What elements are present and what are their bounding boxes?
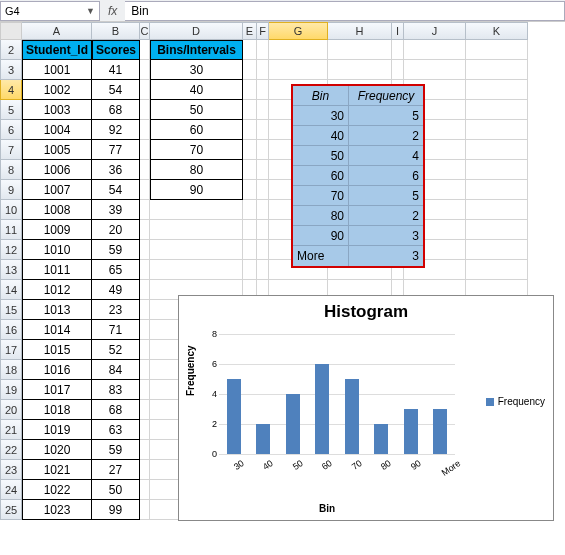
row-header[interactable]: 24: [0, 480, 22, 500]
cell-C13[interactable]: [140, 260, 150, 280]
histogram-chart[interactable]: Histogram Frequency Bin 02468 3040506070…: [178, 295, 554, 521]
cell-F3[interactable]: [257, 60, 269, 80]
cell-B5[interactable]: 68: [92, 100, 140, 120]
col-header-I[interactable]: I: [392, 22, 404, 40]
cell-A15[interactable]: 1013: [22, 300, 92, 320]
cell-B12[interactable]: 59: [92, 240, 140, 260]
freq-val-cell[interactable]: 5: [349, 106, 423, 125]
row-header[interactable]: 5: [0, 100, 22, 120]
cell-H3[interactable]: [328, 60, 392, 80]
cell-C3[interactable]: [140, 60, 150, 80]
cell-A4[interactable]: 1002: [22, 80, 92, 100]
cell-E9[interactable]: [243, 180, 257, 200]
cell-G3[interactable]: [269, 60, 328, 80]
cell-C11[interactable]: [140, 220, 150, 240]
col-header-C[interactable]: C: [140, 22, 150, 40]
cell-C5[interactable]: [140, 100, 150, 120]
cell-K9[interactable]: [466, 180, 528, 200]
fx-icon[interactable]: fx: [100, 4, 125, 18]
cell-A10[interactable]: 1008: [22, 200, 92, 220]
cell-F8[interactable]: [257, 160, 269, 180]
cell-B25[interactable]: 99: [92, 500, 140, 520]
cell-C14[interactable]: [140, 280, 150, 300]
col-header-B[interactable]: B: [92, 22, 140, 40]
cell-K12[interactable]: [466, 240, 528, 260]
cell-B13[interactable]: 65: [92, 260, 140, 280]
cell-A18[interactable]: 1016: [22, 360, 92, 380]
cell-C6[interactable]: [140, 120, 150, 140]
freq-val-cell[interactable]: 6: [349, 166, 423, 185]
row-header[interactable]: 14: [0, 280, 22, 300]
cell-D12[interactable]: [150, 240, 243, 260]
row-header[interactable]: 15: [0, 300, 22, 320]
freq-bin-cell[interactable]: 90: [293, 226, 349, 245]
cell-K13[interactable]: [466, 260, 528, 280]
cell-J3[interactable]: [404, 60, 466, 80]
cell-A20[interactable]: 1018: [22, 400, 92, 420]
cell-A21[interactable]: 1019: [22, 420, 92, 440]
row-header[interactable]: 22: [0, 440, 22, 460]
cell-D7[interactable]: 70: [150, 140, 243, 160]
freq-bin-cell[interactable]: More: [293, 246, 349, 266]
cell-C25[interactable]: [140, 500, 150, 520]
row-header[interactable]: 23: [0, 460, 22, 480]
cell-K11[interactable]: [466, 220, 528, 240]
col-header-D[interactable]: D: [150, 22, 243, 40]
cell-B8[interactable]: 36: [92, 160, 140, 180]
cell-A12[interactable]: 1010: [22, 240, 92, 260]
cell-A6[interactable]: 1004: [22, 120, 92, 140]
cell-C12[interactable]: [140, 240, 150, 260]
cell-C17[interactable]: [140, 340, 150, 360]
freq-val-cell[interactable]: 4: [349, 146, 423, 165]
cell-B7[interactable]: 77: [92, 140, 140, 160]
col-header-J[interactable]: J: [404, 22, 466, 40]
cell-K3[interactable]: [466, 60, 528, 80]
cell-F13[interactable]: [257, 260, 269, 280]
cell-F10[interactable]: [257, 200, 269, 220]
select-all-corner[interactable]: [0, 22, 22, 40]
cell-B20[interactable]: 68: [92, 400, 140, 420]
row-header[interactable]: 4: [0, 80, 22, 100]
cell-A24[interactable]: 1022: [22, 480, 92, 500]
freq-bin-cell[interactable]: 30: [293, 106, 349, 125]
cell-D9[interactable]: 90: [150, 180, 243, 200]
col-header-G[interactable]: G: [269, 22, 328, 40]
cell-K8[interactable]: [466, 160, 528, 180]
row-header[interactable]: 8: [0, 160, 22, 180]
cell-D10[interactable]: [150, 200, 243, 220]
freq-val-cell[interactable]: 3: [349, 246, 423, 266]
freq-val-cell[interactable]: 2: [349, 206, 423, 225]
cell-A13[interactable]: 1011: [22, 260, 92, 280]
name-box[interactable]: G4 ▼: [0, 1, 100, 21]
cell-C10[interactable]: [140, 200, 150, 220]
cell-A22[interactable]: 1020: [22, 440, 92, 460]
cell-B18[interactable]: 84: [92, 360, 140, 380]
formula-input[interactable]: Bin: [125, 1, 565, 21]
cell-K6[interactable]: [466, 120, 528, 140]
cell-B6[interactable]: 92: [92, 120, 140, 140]
cell-G2[interactable]: [269, 40, 328, 60]
row-header[interactable]: 7: [0, 140, 22, 160]
cell-A3[interactable]: 1001: [22, 60, 92, 80]
cell-B11[interactable]: 20: [92, 220, 140, 240]
row-header[interactable]: 20: [0, 400, 22, 420]
cell-C4[interactable]: [140, 80, 150, 100]
cell-F5[interactable]: [257, 100, 269, 120]
cell-K4[interactable]: [466, 80, 528, 100]
cell-B22[interactable]: 59: [92, 440, 140, 460]
cell-H2[interactable]: [328, 40, 392, 60]
freq-val-cell[interactable]: 3: [349, 226, 423, 245]
cell-F6[interactable]: [257, 120, 269, 140]
freq-bin-cell[interactable]: 70: [293, 186, 349, 205]
cell-B19[interactable]: 83: [92, 380, 140, 400]
row-header[interactable]: 17: [0, 340, 22, 360]
cell-B16[interactable]: 71: [92, 320, 140, 340]
row-header[interactable]: 13: [0, 260, 22, 280]
row-header[interactable]: 11: [0, 220, 22, 240]
cell-E5[interactable]: [243, 100, 257, 120]
cell-A11[interactable]: 1009: [22, 220, 92, 240]
cell-E12[interactable]: [243, 240, 257, 260]
cell-B4[interactable]: 54: [92, 80, 140, 100]
cell-C8[interactable]: [140, 160, 150, 180]
cell-A14[interactable]: 1012: [22, 280, 92, 300]
